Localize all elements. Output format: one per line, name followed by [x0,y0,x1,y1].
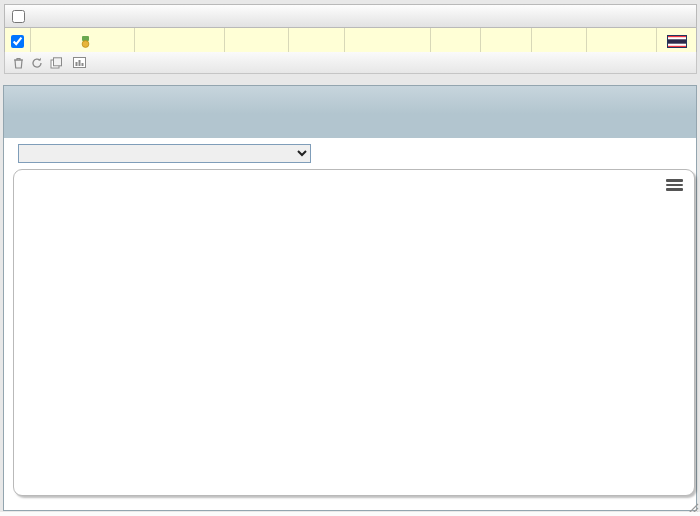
profit-history-cell [135,28,225,54]
stats-toolbar [4,52,697,74]
chart-type-select[interactable] [18,144,311,163]
player-panel [3,85,697,511]
count-cell [225,28,289,54]
add-stat-button[interactable] [50,57,66,69]
stats-table-row [4,28,697,55]
stats-table [4,4,697,55]
profit-per-hour-cell [587,28,657,54]
avg-roi-cell [481,28,532,54]
country-cell [657,28,696,54]
visualize-button[interactable] [73,57,90,68]
row-checkbox-cell [5,28,31,54]
total-roi-cell [532,28,587,54]
add-stat-icon [50,57,62,69]
profit-chart[interactable] [13,169,695,496]
profit-chart-svg[interactable] [14,170,694,495]
profit-cell [345,28,431,54]
player-cell [31,28,135,54]
avg-stake-cell [289,28,345,54]
header-checkbox-cell [5,5,31,27]
page-bottom [0,512,700,516]
player-badge-icon[interactable] [80,36,91,48]
panel-tabs [4,114,696,138]
chart-menu-icon[interactable] [666,179,683,193]
thailand-flag-icon [667,35,687,48]
avg-profit-cell [431,28,481,54]
delete-icon[interactable] [13,57,24,69]
select-all-checkbox[interactable] [12,10,25,23]
panel-content [4,138,696,510]
panel-titlebar [4,86,696,114]
visualize-icon [73,57,86,68]
profit-sparkline [138,31,222,51]
refresh-icon[interactable] [31,57,43,69]
row-select-checkbox[interactable] [11,35,24,48]
stats-table-header [4,4,697,28]
